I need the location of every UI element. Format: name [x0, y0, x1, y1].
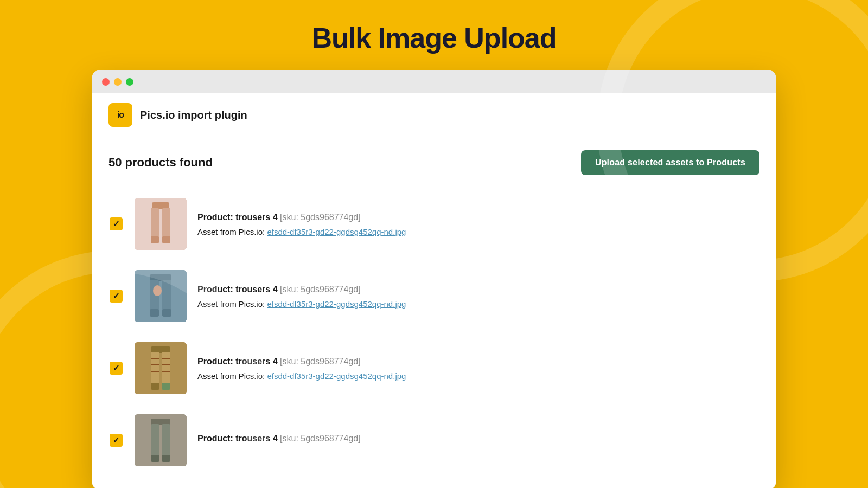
- svg-rect-3: [162, 208, 170, 237]
- product-name-2: Product: trousers 4 [sku: 5gds968774gd]: [197, 284, 760, 296]
- svg-rect-28: [162, 424, 170, 457]
- table-row: ✓: [108, 332, 760, 404]
- content-area: 50 products found Upload selected assets…: [92, 137, 776, 488]
- row-checkbox-1[interactable]: ✓: [108, 216, 124, 232]
- svg-rect-11: [162, 309, 171, 317]
- checkmark-icon: ✓: [110, 434, 123, 447]
- svg-point-12: [153, 285, 162, 296]
- svg-rect-10: [150, 309, 159, 317]
- product-list: ✓: [108, 188, 760, 476]
- app-header: io Pics.io import plugin: [92, 93, 776, 137]
- minimize-button[interactable]: [114, 78, 122, 86]
- product-info-1: Product: trousers 4 [sku: 5gds968774gd] …: [197, 211, 760, 236]
- product-info-2: Product: trousers 4 [sku: 5gds968774gd] …: [197, 284, 760, 308]
- products-count: 50 products found: [108, 156, 213, 170]
- window-body: io Pics.io import plugin 50 products fou…: [92, 93, 776, 488]
- svg-rect-23: [151, 383, 159, 390]
- product-name-1: Product: trousers 4 [sku: 5gds968774gd]: [197, 211, 760, 223]
- page-title: Bulk Image Upload: [311, 22, 556, 54]
- app-window: io Pics.io import plugin 50 products fou…: [92, 70, 776, 488]
- close-button[interactable]: [102, 78, 110, 86]
- product-thumbnail-1: [135, 198, 187, 250]
- asset-link-1[interactable]: efsdd-df35r3-gd22-ggdsg452qq-nd.jpg: [267, 227, 406, 236]
- checkmark-icon: ✓: [110, 290, 123, 303]
- svg-rect-30: [162, 455, 170, 462]
- maximize-button[interactable]: [126, 78, 133, 86]
- product-asset-2: Asset from Pics.io: efsdd-df35r3-gd22-gg…: [197, 299, 760, 309]
- svg-rect-27: [151, 424, 159, 457]
- app-logo: io: [108, 103, 132, 127]
- product-info-4: Product: trousers 4 [sku: 5gds968774gd]: [197, 433, 760, 448]
- table-row: ✓: [108, 404, 760, 476]
- row-checkbox-4[interactable]: ✓: [108, 433, 124, 448]
- svg-rect-4: [151, 236, 159, 243]
- row-checkbox-2[interactable]: ✓: [108, 288, 124, 304]
- product-asset-1: Asset from Pics.io: efsdd-df35r3-gd22-gg…: [197, 227, 760, 236]
- product-name-3: Product: trousers 4 [sku: 5gds968774gd]: [197, 356, 760, 368]
- asset-link-3[interactable]: efsdd-df35r3-gd22-ggdsg452qq-nd.jpg: [267, 371, 406, 381]
- upload-assets-button[interactable]: Upload selected assets to Products: [581, 150, 760, 175]
- titlebar: [92, 70, 776, 93]
- product-name-4: Product: trousers 4 [sku: 5gds968774gd]: [197, 433, 760, 445]
- product-thumbnail-4: [135, 414, 187, 466]
- top-bar: 50 products found Upload selected assets…: [108, 150, 760, 175]
- svg-rect-29: [151, 455, 159, 462]
- product-info-3: Product: trousers 4 [sku: 5gds968774gd] …: [197, 356, 760, 380]
- asset-link-2[interactable]: efsdd-df35r3-gd22-ggdsg452qq-nd.jpg: [267, 299, 406, 309]
- row-checkbox-3[interactable]: ✓: [108, 361, 124, 376]
- svg-rect-24: [162, 383, 170, 390]
- product-thumbnail-2: [135, 270, 187, 322]
- table-row: ✓: [108, 188, 760, 260]
- svg-rect-2: [151, 208, 159, 237]
- svg-rect-9: [162, 280, 171, 311]
- app-name-label: Pics.io import plugin: [140, 109, 247, 121]
- checkmark-icon: ✓: [110, 362, 123, 375]
- product-asset-3: Asset from Pics.io: efsdd-df35r3-gd22-gg…: [197, 371, 760, 381]
- product-thumbnail-3: [135, 342, 187, 394]
- table-row: ✓: [108, 260, 760, 332]
- svg-rect-16: [162, 352, 170, 384]
- svg-rect-5: [162, 236, 170, 243]
- svg-rect-15: [151, 352, 159, 384]
- checkmark-icon: ✓: [110, 217, 123, 230]
